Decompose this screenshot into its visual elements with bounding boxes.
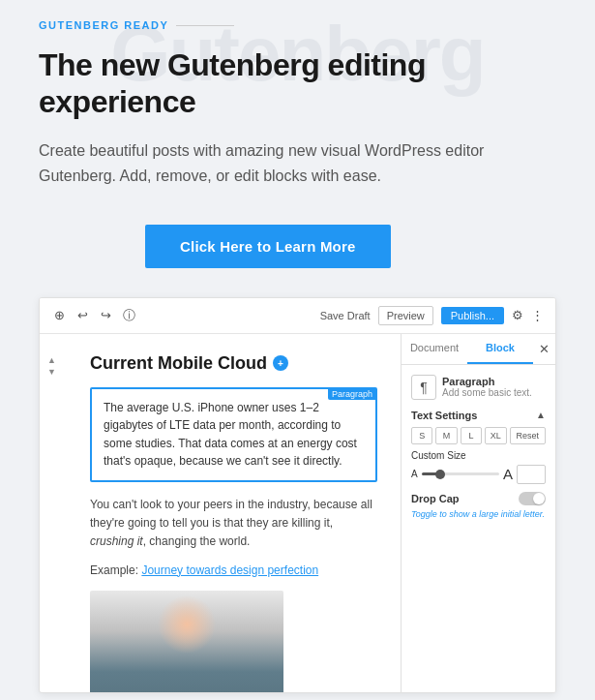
- size-m-button[interactable]: M: [435, 427, 457, 444]
- block-up-arrow[interactable]: ▲: [47, 355, 56, 366]
- body-paragraph: You can't look to your peers in the indu…: [90, 496, 377, 552]
- preview-button[interactable]: Preview: [378, 306, 433, 325]
- toolbar-right: Save Draft Preview Publish... ⚙ ⋮: [320, 306, 544, 325]
- block-type-hint: Add some basic text.: [442, 387, 532, 398]
- main-description: Create beautiful posts with amazing new …: [39, 138, 542, 190]
- paragraph-block[interactable]: Paragraph The average U.S. iPhone owner …: [90, 387, 377, 482]
- panel-body: ¶ Paragraph Add some basic text. Text Se…: [402, 365, 555, 692]
- drop-cap-label: Drop Cap: [411, 493, 460, 504]
- drop-cap-hint: Toggle to show a large initial letter.: [411, 509, 546, 519]
- drop-cap-row: Drop Cap: [411, 492, 546, 505]
- reset-button[interactable]: Reset: [510, 427, 547, 444]
- add-block-icon[interactable]: +: [273, 355, 288, 371]
- info-icon[interactable]: ⓘ: [121, 308, 136, 323]
- editor-preview: ⊕ ↩ ↪ ⓘ Save Draft Preview Publish... ⚙ …: [39, 297, 556, 693]
- custom-size-input[interactable]: [517, 465, 546, 484]
- hero-section: Gutenberg GUTENBERG READY The new Gutenb…: [0, 0, 595, 700]
- font-size-small-a: A: [411, 469, 418, 479]
- example-link[interactable]: Journey towards design perfection: [141, 563, 318, 577]
- custom-size-row: A A: [411, 465, 546, 484]
- example-prefix: Example:: [90, 563, 138, 577]
- size-l-button[interactable]: L: [461, 427, 482, 444]
- block-type-info: ¶ Paragraph Add some basic text.: [411, 375, 546, 400]
- tab-document[interactable]: Document: [402, 334, 467, 364]
- editor-toolbar: ⊕ ↩ ↪ ⓘ Save Draft Preview Publish... ⚙ …: [40, 298, 555, 334]
- block-type-icon: ¶: [411, 375, 436, 400]
- settings-icon[interactable]: ⚙: [512, 308, 523, 322]
- size-xl-button[interactable]: XL: [485, 427, 506, 444]
- save-draft-button[interactable]: Save Draft: [320, 310, 371, 321]
- photo-person: [90, 591, 283, 692]
- article-title-text: Current Mobile Cloud: [90, 353, 267, 374]
- badge-text: GUTENBERG READY: [39, 19, 168, 31]
- block-type-name: Paragraph: [442, 376, 532, 387]
- gutenberg-badge: GUTENBERG READY: [39, 19, 556, 31]
- editor-panel: Document Block ✕ ¶ Paragraph Add some ba…: [401, 334, 555, 692]
- drop-cap-toggle[interactable]: [519, 492, 546, 505]
- wordpress-icon[interactable]: ⊕: [51, 308, 67, 323]
- cta-button[interactable]: Click Here to Learn More: [145, 225, 391, 268]
- more-options-icon[interactable]: ⋮: [531, 308, 544, 322]
- block-down-arrow[interactable]: ▼: [47, 367, 56, 378]
- editor-content-area: ▲ ▼ Current Mobile Cloud + Paragraph The…: [40, 334, 401, 692]
- font-size-slider[interactable]: [422, 472, 499, 475]
- undo-icon[interactable]: ↩: [74, 308, 90, 323]
- paragraph-block-text: The average U.S. iPhone owner uses 1–2 g…: [104, 399, 364, 471]
- custom-size-label: Custom Size: [411, 450, 546, 461]
- text-settings-chevron[interactable]: ▲: [536, 410, 546, 420]
- text-settings-section: Text Settings ▲: [411, 410, 546, 421]
- paragraph-tag: Paragraph: [328, 388, 376, 400]
- photo-block: [90, 591, 283, 692]
- toolbar-left: ⊕ ↩ ↪ ⓘ: [51, 308, 136, 323]
- font-size-large-a: A: [503, 466, 513, 482]
- slider-thumb: [435, 470, 445, 479]
- panel-tabs: Document Block ✕: [402, 334, 555, 365]
- publish-button[interactable]: Publish...: [441, 307, 504, 324]
- editor-body: ▲ ▼ Current Mobile Cloud + Paragraph The…: [40, 334, 555, 692]
- text-size-row: S M L XL Reset: [411, 427, 546, 444]
- tab-block[interactable]: Block: [467, 334, 533, 364]
- text-settings-label: Text Settings: [411, 410, 477, 421]
- panel-close-button[interactable]: ✕: [533, 334, 555, 364]
- article-title: Current Mobile Cloud +: [63, 353, 377, 374]
- block-controls: ▲ ▼: [47, 355, 56, 379]
- size-s-button[interactable]: S: [411, 427, 432, 444]
- redo-icon[interactable]: ↪: [98, 308, 113, 323]
- toggle-thumb: [533, 493, 545, 504]
- example-line: Example: Journey towards design perfecti…: [90, 563, 377, 577]
- main-heading: The new Gutenberg editing experience: [39, 46, 556, 121]
